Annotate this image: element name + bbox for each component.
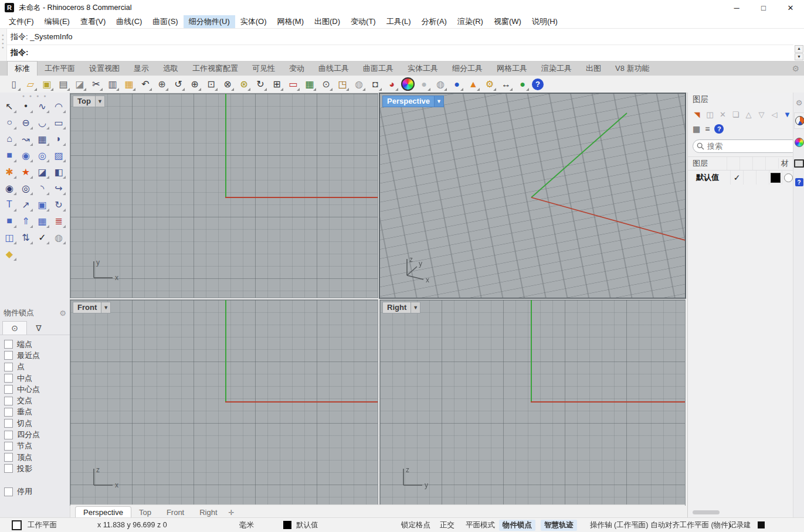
toolbar-tab-出图[interactable]: 出图: [579, 62, 608, 76]
new-layer-icon[interactable]: ◥: [691, 110, 703, 119]
osnap-gear-icon[interactable]: ⚙: [59, 309, 66, 318]
named-views-icon[interactable]: ▭: [286, 77, 300, 91]
extrude-icon[interactable]: ⇑: [18, 213, 33, 229]
record-history-icon[interactable]: [758, 521, 765, 528]
undo-view-icon[interactable]: ↻: [253, 77, 267, 91]
osnap-tab-snaps[interactable]: ⊙: [2, 321, 27, 335]
group-icon[interactable]: ◉: [2, 180, 17, 196]
menu-item-变动(T)[interactable]: 变动(T): [345, 15, 381, 28]
status-toggle-智慧轨迹[interactable]: 智慧轨迹: [541, 518, 577, 532]
layer-table-header[interactable]: 图层 材: [688, 156, 804, 170]
osnap-checkbox-disable[interactable]: [4, 487, 13, 496]
menu-item-编辑(E)[interactable]: 编辑(E): [39, 15, 75, 28]
viewport-right[interactable]: z y Right▼: [380, 300, 685, 505]
status-current-layer[interactable]: 默认值: [296, 518, 318, 532]
menu-item-查看(V)[interactable]: 查看(V): [75, 15, 111, 28]
layer-filter-icon[interactable]: ▼: [782, 110, 793, 119]
menu-item-曲线(C)[interactable]: 曲线(C): [111, 15, 147, 28]
scroll-up-button[interactable]: ▲: [795, 45, 803, 53]
cylinder-srf-icon[interactable]: ◎: [35, 148, 50, 163]
viewport-tab-front[interactable]: Front: [159, 507, 192, 518]
explode-icon[interactable]: ★: [18, 164, 33, 179]
command-grip[interactable]: ●●●●: [0, 29, 7, 61]
toolbar-tab-曲线工具[interactable]: 曲线工具: [311, 62, 356, 76]
box-icon[interactable]: ■: [2, 148, 17, 163]
status-toggle-锁定格点[interactable]: 锁定格点: [398, 518, 434, 532]
viewport-layout-icon[interactable]: ⊞: [270, 77, 284, 91]
srf-grid-icon[interactable]: ▦: [35, 131, 50, 146]
delete-icon[interactable]: ◪: [73, 77, 87, 91]
scroll-down-button[interactable]: ▼: [795, 53, 803, 61]
panel-gear-icon[interactable]: ⚙: [796, 98, 803, 107]
zoom-dynamic-icon[interactable]: ⊕: [188, 77, 202, 91]
status-toggle-物件锁点[interactable]: 物件锁点: [499, 518, 535, 532]
new-sublayer-icon[interactable]: ◫: [704, 110, 715, 119]
array-rect-icon[interactable]: ▦: [35, 213, 50, 229]
single-point-icon[interactable]: •: [18, 98, 33, 114]
osnap-checkbox-中点[interactable]: [4, 374, 13, 383]
status-toggle-自动对齐工作平面 (物件)[interactable]: 自动对齐工作平面 (物件): [647, 518, 734, 532]
print-icon[interactable]: ▤: [56, 77, 70, 91]
cplane-map-icon[interactable]: ▦: [303, 77, 317, 91]
panel-tab-viewport[interactable]: [794, 156, 804, 171]
zoom-extents-icon[interactable]: ⊗: [220, 77, 235, 91]
add-viewport-tab-button[interactable]: ✛: [225, 507, 238, 518]
curve-blend-icon[interactable]: ↝: [18, 131, 33, 146]
viewport-label-top[interactable]: Top▼: [73, 96, 105, 107]
osnap-checkbox-节点[interactable]: [4, 442, 13, 451]
menu-item-文件(F)[interactable]: 文件(F): [4, 15, 39, 28]
menu-item-渲染(R)[interactable]: 渲染(R): [452, 15, 488, 28]
menu-item-曲面(S)[interactable]: 曲面(S): [147, 15, 183, 28]
layer-menu-icon[interactable]: ≡: [705, 124, 710, 134]
render-preview-cone-icon[interactable]: ▲: [466, 77, 480, 91]
new-file-icon[interactable]: ▯: [7, 77, 21, 91]
minimize-button[interactable]: ─: [723, 0, 750, 15]
rotate-mirror-icon[interactable]: ↻: [51, 197, 66, 212]
viewport-label-perspective[interactable]: Perspective▼: [382, 96, 444, 107]
move-left-icon[interactable]: ◁: [769, 110, 780, 119]
zoom-window-icon[interactable]: ⊡: [204, 77, 218, 91]
package-earth-icon[interactable]: ●: [515, 77, 530, 91]
viewport-top[interactable]: y x Top▼: [70, 94, 378, 298]
spheres-icon[interactable]: ◉: [18, 148, 33, 163]
toolbar-tab-设置视图[interactable]: 设置视图: [82, 62, 127, 76]
viewport-menu-arrow-icon[interactable]: ▼: [411, 302, 420, 313]
explode-puzzle-icon[interactable]: ✱: [2, 164, 17, 179]
duplicate-layer-icon[interactable]: ❏: [730, 110, 741, 119]
menu-item-说明(H)[interactable]: 说明(H): [527, 15, 563, 28]
save-icon[interactable]: ▣: [40, 77, 54, 91]
panel-tab-layers[interactable]: [794, 112, 804, 129]
menu-item-实体(O)[interactable]: 实体(O): [235, 15, 272, 28]
layer-material-icon[interactable]: [784, 173, 793, 182]
cut-icon[interactable]: ✂: [89, 77, 103, 91]
viewport-label-right[interactable]: Right▼: [382, 302, 420, 313]
orient-curve-icon[interactable]: ⇅: [18, 230, 33, 245]
viewport-tab-top[interactable]: Top: [131, 507, 159, 518]
status-toggle-操作轴 (工作平面)[interactable]: 操作轴 (工作平面): [586, 518, 652, 532]
tabbar-gear-icon[interactable]: ⚙: [792, 64, 799, 73]
toolbar-tab-标准[interactable]: 标准: [7, 61, 38, 76]
arc-icon[interactable]: ◠: [51, 98, 66, 114]
paste-icon[interactable]: ▦: [122, 77, 136, 91]
toolbar-tab-实体工具[interactable]: 实体工具: [401, 62, 445, 76]
layer-row-default[interactable]: 默认值 ✓: [688, 170, 804, 185]
gumball-lock-icon[interactable]: ⬓: [633, 518, 640, 532]
arc-3pt-icon[interactable]: ◡: [35, 115, 50, 130]
toolbar-tab-网格工具[interactable]: 网格工具: [490, 62, 534, 76]
viewport-tab-perspective[interactable]: Perspective: [75, 506, 131, 518]
ungroup-icon[interactable]: ◎: [18, 180, 33, 196]
fillet-curves-icon[interactable]: ◝: [35, 180, 50, 196]
toolbar-tab-可见性[interactable]: 可见性: [245, 62, 282, 76]
layer-search-input[interactable]: [693, 139, 799, 153]
status-toggle-正交[interactable]: 正交: [436, 518, 458, 532]
menu-item-视窗(W)[interactable]: 视窗(W): [488, 15, 527, 28]
panel-scrollbar[interactable]: [693, 510, 720, 514]
viewport-menu-arrow-icon[interactable]: ▼: [101, 302, 111, 313]
toolbar-tab-V8 新功能[interactable]: V8 新功能: [608, 62, 657, 76]
undo-icon[interactable]: ↶: [138, 77, 152, 91]
toolbar-tab-工作平面[interactable]: 工作平面: [38, 62, 82, 76]
srf-patch-icon[interactable]: ▨: [51, 148, 66, 163]
panel-tab-display[interactable]: [794, 135, 804, 150]
cage-edit-icon[interactable]: ◍: [51, 230, 66, 245]
render-blue-sphere-icon[interactable]: ●: [450, 77, 464, 91]
